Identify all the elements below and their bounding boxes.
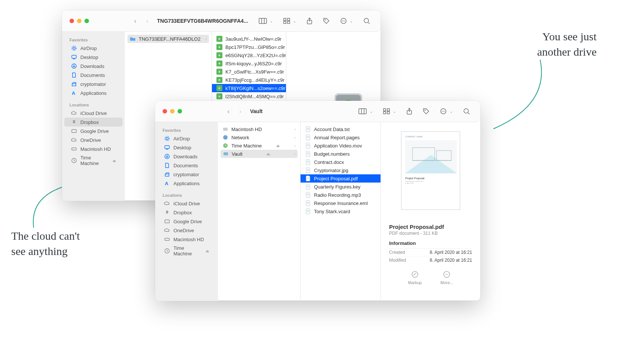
file-row[interactable]: Annual Report.pages [301, 133, 381, 141]
svg-rect-46 [384, 112, 386, 114]
drive-row[interactable]: Time Machine⏏› [218, 141, 300, 150]
eject-icon[interactable]: ⏏ [113, 159, 116, 163]
action-icon[interactable] [440, 108, 447, 115]
file-row[interactable]: Budget.numbers [301, 150, 381, 158]
close-button[interactable] [70, 19, 74, 23]
sidebar-item-documents[interactable]: Documents [157, 161, 216, 170]
svg-rect-5 [284, 21, 286, 24]
file-row[interactable]: ∗K7_oSwlFtc...Xs9Fw==.c9r [212, 68, 286, 76]
action-icon[interactable] [340, 18, 347, 24]
file-icon [305, 151, 311, 157]
file-row[interactable]: Tony Stark.vcard [301, 207, 381, 215]
file-name: l2ShdlQ8nM...4SMQ==.c9r [225, 94, 284, 99]
drive-icon [223, 151, 229, 157]
sidebar-item-cryptomator[interactable]: cryptomator [64, 80, 123, 88]
sidebar-label: cryptomator [173, 172, 199, 177]
file-row[interactable]: Radio Recording.mp3 [301, 191, 381, 199]
forward-button[interactable]: › [234, 108, 246, 115]
file-name: kT8IjYGKglN...s2oew==.c9r [225, 85, 285, 91]
sidebar-item-macintosh-hd[interactable]: Macintosh HD [157, 235, 216, 244]
sidebar-item-dropbox[interactable]: Dropbox [64, 118, 123, 127]
sidebar-icon [71, 72, 77, 78]
file-row[interactable]: Account Data.txt [301, 125, 381, 133]
eject-icon[interactable]: ⏏ [276, 144, 280, 148]
sidebar-item-dropbox[interactable]: Dropbox [157, 208, 216, 217]
sidebar-item-onedrive[interactable]: OneDrive [64, 136, 123, 144]
drive-row[interactable]: Network› [218, 133, 300, 141]
svg-rect-25 [72, 148, 76, 150]
share-icon[interactable] [406, 108, 412, 115]
eject-icon[interactable]: ⏏ [206, 249, 209, 253]
sidebar-item-google-drive[interactable]: Google Drive [64, 127, 123, 136]
share-icon[interactable] [307, 18, 312, 24]
markup-button[interactable]: Markup [408, 271, 422, 285]
sidebar-label: AirDrop [173, 136, 190, 141]
forward-button[interactable]: › [141, 17, 153, 25]
sidebar-item-desktop[interactable]: Desktop [64, 53, 123, 62]
close-button[interactable] [163, 109, 167, 113]
sidebar-item-time-machine[interactable]: Time Machine⏏ [64, 153, 123, 168]
minimize-button[interactable] [170, 109, 175, 113]
file-row[interactable]: Response Insurance.eml [301, 199, 381, 207]
sidebar-item-macintosh-hd[interactable]: Macintosh HD [64, 144, 123, 153]
svg-rect-83 [307, 170, 309, 171]
file-row[interactable]: Contract.docx [301, 158, 381, 166]
drive-row[interactable]: Macintosh HD› [218, 125, 300, 133]
file-row[interactable]: ∗e6SGNqY28...YzEX2U=.c9r [212, 51, 286, 59]
file-row[interactable]: ∗kT8IjYGKglN...s2oew==.c9r [212, 84, 286, 92]
group-icon[interactable] [283, 18, 290, 24]
tag-icon[interactable] [423, 108, 429, 115]
sidebar-item-time-machine[interactable]: Time Machine⏏ [157, 244, 216, 258]
sidebar-icon [71, 119, 77, 125]
file-icon [305, 134, 311, 140]
sidebar-item-icloud-drive[interactable]: iCloud Drive [64, 109, 123, 118]
zoom-button[interactable] [84, 19, 89, 23]
zoom-button[interactable] [178, 109, 182, 113]
columns-view-icon[interactable] [259, 18, 267, 24]
file-row[interactable]: ∗IfSm-kiqoyv...yJ6SZ0=.c9r [212, 59, 286, 68]
drive-row[interactable]: Vault⏏› [221, 150, 298, 158]
file-row[interactable]: Project Proposal.pdf [301, 174, 381, 183]
back-button[interactable]: ‹ [222, 108, 234, 115]
svg-point-102 [446, 274, 447, 275]
svg-point-11 [342, 21, 343, 21]
search-icon[interactable] [463, 108, 470, 115]
group-icon[interactable] [383, 108, 390, 114]
eject-icon[interactable]: ⏏ [267, 152, 270, 156]
sidebar-item-applications[interactable]: AApplications [157, 179, 216, 188]
minimize-button[interactable] [77, 19, 81, 23]
file-row[interactable]: Application Video.mov [301, 141, 381, 150]
sidebar-item-airdrop[interactable]: AirDrop [64, 44, 123, 53]
sidebar-item-airdrop[interactable]: AirDrop [157, 134, 216, 143]
file-icon [305, 208, 311, 214]
sidebar-item-onedrive[interactable]: OneDrive [157, 226, 216, 235]
tag-icon[interactable] [323, 18, 330, 24]
sidebar-label: iCloud Drive [80, 111, 107, 116]
sidebar-item-cryptomator[interactable]: cryptomator [157, 170, 216, 179]
columns-view-icon[interactable] [358, 108, 367, 114]
breadcrumb-folder[interactable]: TNG733EEF...NFFA46DLO2 › [127, 35, 209, 43]
sidebar-icon: A [164, 180, 170, 186]
sidebar-icon [164, 209, 170, 215]
sidebar-item-downloads[interactable]: Downloads [157, 152, 216, 161]
sidebar-item-downloads[interactable]: Downloads [64, 62, 123, 71]
svg-rect-75 [307, 137, 309, 138]
search-icon[interactable] [363, 18, 370, 24]
file-row[interactable]: Quarterly Figures.key [301, 183, 381, 191]
file-row[interactable]: ∗3au9uxLfY-...NwIOlw=.c9r [212, 35, 286, 43]
more-button[interactable]: More... [440, 271, 453, 285]
file-name: Tony Stark.vcard [314, 209, 350, 214]
back-button[interactable]: ‹ [129, 17, 141, 25]
sidebar-item-google-drive[interactable]: Google Drive [157, 217, 216, 226]
sidebar-label: Desktop [173, 145, 191, 150]
file-name: Account Data.txt [314, 127, 350, 132]
sidebar-item-icloud-drive[interactable]: iCloud Drive [157, 199, 216, 208]
sidebar-item-desktop[interactable]: Desktop [157, 143, 216, 152]
file-row[interactable]: ∗Bpc17PTPzu...GlP85o=.c9r [212, 43, 286, 51]
sidebar-item-applications[interactable]: AApplications [64, 88, 123, 97]
file-name: Application Video.mov [314, 143, 362, 149]
sidebar-item-documents[interactable]: Documents [64, 71, 123, 80]
file-row[interactable]: ∗KE73pjFccg...d4ElLyY=.c9r [212, 76, 286, 84]
file-row[interactable]: ∗l2ShdlQ8nM...4SMQ==.c9r [212, 92, 286, 100]
file-row[interactable]: Cryptomator.jpg [301, 166, 381, 174]
